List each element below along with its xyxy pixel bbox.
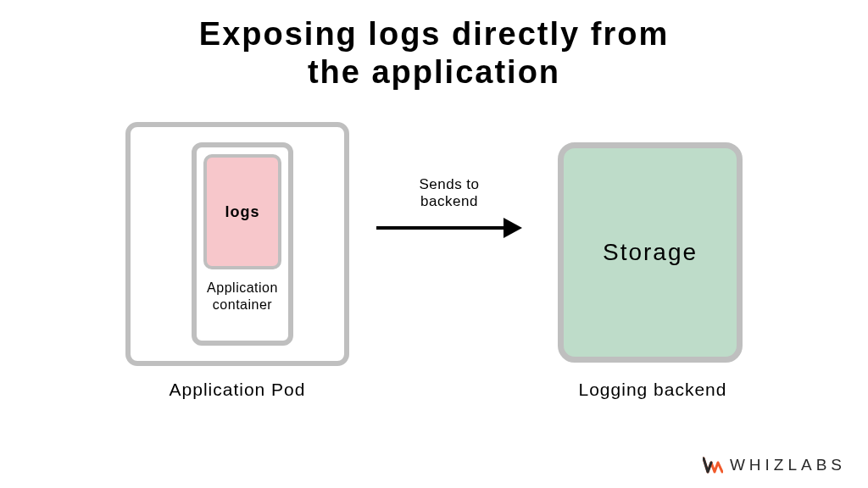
pod-label-text: Application Pod (170, 380, 306, 399)
brand-footer: WHIZLABS (703, 456, 846, 474)
storage-box: Storage (558, 142, 743, 363)
logs-box: logs (203, 154, 281, 269)
backend-label-text: Logging backend (579, 380, 727, 399)
logs-label: logs (225, 203, 259, 221)
title-line-1: Exposing logs directly from (199, 16, 669, 52)
application-container-box: logs Applicationcontainer (192, 142, 293, 346)
application-container-label: Applicationcontainer (197, 280, 288, 313)
whizlabs-logo-icon (703, 456, 723, 474)
brand-name: WHIZLABS (730, 456, 846, 474)
arrow-shaft (376, 226, 505, 230)
storage-label: Storage (603, 239, 698, 266)
container-label-text: Applicationcontainer (207, 280, 278, 312)
arrow-icon (376, 214, 522, 242)
title-line-2: the application (308, 54, 560, 90)
diagram-title: Exposing logs directly from the applicat… (0, 15, 868, 92)
application-pod-box: logs Applicationcontainer (125, 122, 349, 366)
logging-backend-label: Logging backend (526, 380, 780, 400)
application-pod-label: Application Pod (125, 380, 349, 400)
arrow-label-text: Sends tobackend (419, 176, 479, 209)
arrow-label: Sends tobackend (376, 176, 522, 211)
arrow-head (504, 218, 522, 238)
